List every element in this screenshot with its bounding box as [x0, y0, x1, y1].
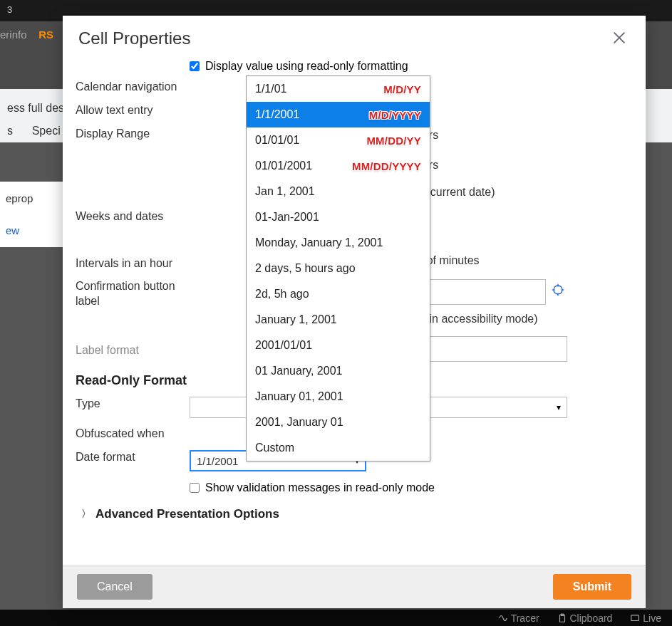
- label-type: Type: [76, 392, 190, 416]
- show-validation-checkbox[interactable]: [190, 483, 200, 493]
- panel-link[interactable]: ew: [6, 224, 57, 236]
- advanced-options-toggle[interactable]: 〉 Advanced Presentation Options: [76, 497, 633, 526]
- label-date-format: Date format: [76, 446, 190, 469]
- label-calendar-nav: Calendar navigation: [76, 75, 190, 99]
- date-format-option[interactable]: 1/1/2001M/D/YYYY: [247, 102, 430, 127]
- option-label: 2001, January 01: [255, 416, 343, 429]
- option-label: 2d, 5h ago: [255, 288, 309, 301]
- bg-side-panel: eprop ew: [0, 182, 63, 247]
- submit-button[interactable]: Submit: [553, 574, 631, 600]
- svg-rect-2: [631, 615, 639, 620]
- date-format-option[interactable]: 2001/01/01: [247, 333, 430, 358]
- toolbar-highlight: RS: [38, 28, 53, 41]
- label-allow-text: Allow text entry: [76, 99, 190, 122]
- date-format-option[interactable]: January 1, 2001: [247, 307, 430, 333]
- option-label: 1/1/2001: [255, 108, 299, 121]
- advanced-options-label: Advanced Presentation Options: [95, 507, 279, 521]
- modal-footer: Cancel Submit: [63, 565, 646, 608]
- label-confirm-button: Confirmation button label: [76, 275, 190, 313]
- cancel-button[interactable]: Cancel: [77, 574, 153, 600]
- option-label: 01/01/2001: [255, 160, 312, 172]
- titlebar-badge: 3: [7, 4, 12, 15]
- option-label: Monday, January 1, 2001: [255, 236, 383, 249]
- date-format-dropdown[interactable]: 1/1/01M/D/YY1/1/2001M/D/YYYY01/01/01MM/D…: [246, 75, 430, 461]
- option-label: Jan 1, 2001: [255, 185, 315, 198]
- date-format-option[interactable]: 01/01/2001MM/DD/YYYY: [247, 153, 430, 179]
- label-display-range: Display Range: [76, 122, 190, 146]
- modal-title: Cell Properties: [78, 28, 190, 48]
- option-format-hint: M/D/YY: [383, 83, 421, 95]
- date-format-option[interactable]: January 01, 2001: [247, 384, 430, 409]
- option-label: 01 January, 2001: [255, 365, 342, 377]
- readonly-format-label: Display value using read-only formatting: [205, 60, 408, 73]
- date-format-option[interactable]: 01 January, 2001: [247, 358, 430, 384]
- label-label-format: Label format: [76, 332, 190, 362]
- status-clipboard[interactable]: Clipboard: [557, 612, 613, 624]
- option-label: 2001/01/01: [255, 339, 312, 352]
- option-label: January 01, 2001: [255, 390, 343, 403]
- label-weeks-dates: Weeks and dates: [76, 205, 190, 229]
- option-format-hint: M/D/YYYY: [369, 109, 421, 121]
- date-format-option[interactable]: 2d, 5h ago: [247, 281, 430, 307]
- modal-header: Cell Properties: [63, 16, 646, 57]
- date-format-option[interactable]: 01/01/01MM/DD/YY: [247, 127, 430, 153]
- option-format-hint: MM/DD/YY: [366, 135, 421, 147]
- date-format-option[interactable]: Jan 1, 2001: [247, 179, 430, 204]
- show-validation-label: Show validation messages in read-only mo…: [205, 481, 435, 494]
- date-format-option[interactable]: 1/1/01M/D/YY: [247, 76, 430, 102]
- option-label: January 1, 2001: [255, 313, 337, 326]
- date-format-option[interactable]: Monday, January 1, 2001: [247, 230, 430, 256]
- label-obfuscated: Obfuscated when: [76, 422, 190, 446]
- panel-label: eprop: [6, 192, 57, 204]
- close-icon: [611, 30, 627, 46]
- date-format-option[interactable]: 2 days, 5 hours ago: [247, 256, 430, 281]
- date-format-option[interactable]: 2001, January 01: [247, 409, 430, 435]
- cell-properties-modal: Cell Properties Display value using read…: [63, 16, 646, 608]
- option-format-hint: MM/DD/YYYY: [352, 160, 421, 172]
- option-label: 01/01/01: [255, 134, 299, 147]
- date-format-option[interactable]: Custom: [247, 435, 430, 461]
- option-label: 01-Jan-2001: [255, 211, 319, 224]
- date-format-selected-value: 1/1/2001: [197, 455, 238, 467]
- label-intervals: Intervals in an hour: [76, 252, 190, 276]
- chevron-right-icon: 〉: [81, 508, 91, 521]
- nav-item-spec[interactable]: Speci: [32, 125, 61, 137]
- nav-fragment-2: s: [7, 125, 13, 137]
- app-statusbar: Tracer Clipboard Live: [0, 610, 672, 626]
- toolbar-text: erinfo: [0, 28, 27, 41]
- close-button[interactable]: [609, 28, 630, 50]
- target-icon[interactable]: [552, 283, 564, 296]
- option-label: 1/1/01: [255, 83, 286, 95]
- option-label: Custom: [255, 442, 294, 454]
- date-format-option[interactable]: 01-Jan-2001: [247, 204, 430, 230]
- svg-point-5: [554, 286, 562, 294]
- readonly-format-checkbox[interactable]: [190, 61, 200, 71]
- option-label: 2 days, 5 hours ago: [255, 262, 356, 275]
- status-tracer[interactable]: Tracer: [498, 612, 539, 624]
- status-live[interactable]: Live: [630, 612, 661, 624]
